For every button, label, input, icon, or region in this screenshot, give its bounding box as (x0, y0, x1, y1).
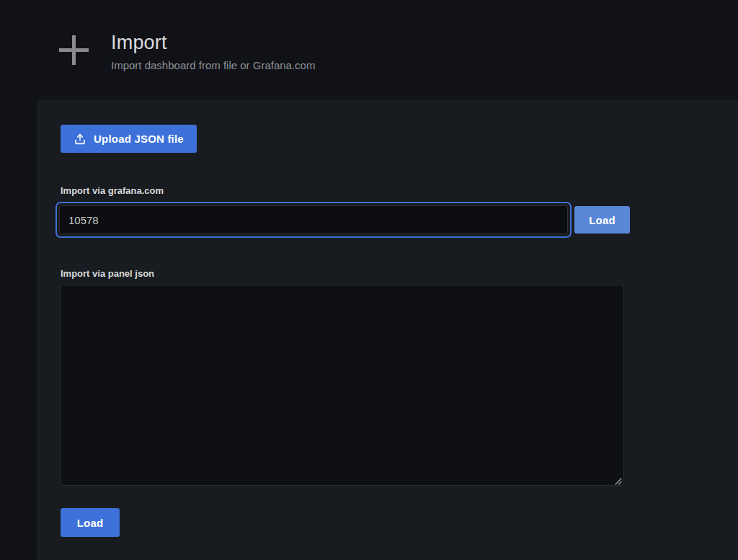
page-subtitle: Import dashboard from file or Grafana.co… (111, 59, 315, 71)
load-grafana-com-label: Load (589, 214, 615, 226)
grafana-com-input[interactable] (59, 205, 568, 234)
upload-json-file-label: Upload JSON file (94, 133, 184, 145)
load-panel-json-label: Load (77, 517, 104, 529)
import-via-panel-json-label: Import via panel json (61, 268, 738, 279)
page-header: Import Import dashboard from file or Gra… (0, 0, 738, 99)
panel-json-textarea[interactable] (61, 285, 624, 486)
upload-icon (74, 133, 86, 146)
plus-icon (58, 34, 90, 66)
grafana-com-input-focus-ring (55, 202, 572, 238)
upload-json-file-button[interactable]: Upload JSON file (61, 125, 197, 153)
load-grafana-com-button[interactable]: Load (574, 206, 630, 234)
import-via-grafana-com-label: Import via grafana.com (61, 185, 630, 196)
load-panel-json-button[interactable]: Load (61, 508, 120, 537)
page-title: Import (111, 32, 315, 54)
import-panel: Upload JSON file Import via grafana.com … (37, 99, 738, 560)
